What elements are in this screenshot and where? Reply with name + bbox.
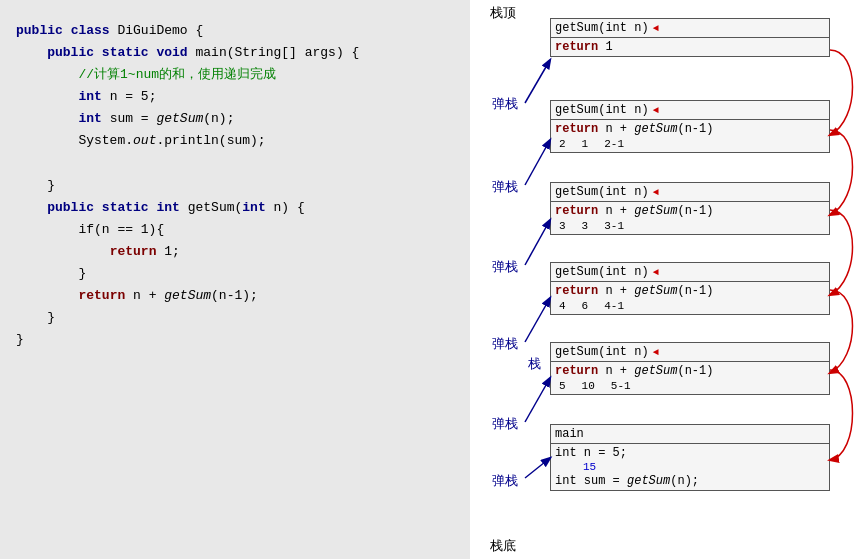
frame-header-main: main: [551, 425, 829, 444]
code-panel: public class DiGuiDemo { public static v…: [0, 0, 470, 559]
frame-getsum-1: getSum(int n)◄ return 1: [550, 18, 830, 57]
frame-header-2: getSum(int n)◄: [551, 101, 829, 120]
frame-nums-2: 2 1 2-1: [551, 138, 829, 152]
frame-nums-4: 4 6 4-1: [551, 300, 829, 314]
pop-label-4: 弹栈: [492, 335, 518, 353]
code-line: public static void main(String[] args) {: [16, 42, 454, 64]
frame-body-4: return n + getSum(n-1): [551, 282, 829, 300]
code-line: int n = 5;: [16, 86, 454, 108]
pop-label-2: 弹栈: [492, 178, 518, 196]
zhan-label: 栈: [528, 355, 541, 373]
stack-bottom-label: 栈底: [490, 537, 516, 555]
code-content: public class DiGuiDemo { public static v…: [16, 20, 454, 351]
frame-body-main: int n = 5; 15 int sum = getSum(n);: [551, 444, 829, 490]
frame-header-5: getSum(int n)◄: [551, 343, 829, 362]
code-line: [16, 153, 454, 175]
code-line: //计算1~num的和，使用递归完成: [16, 64, 454, 86]
frame-getsum-5: getSum(int n)◄ return n + getSum(n-1) 5 …: [550, 342, 830, 395]
pop-label-1: 弹栈: [492, 95, 518, 113]
code-line: }: [16, 175, 454, 197]
pop-label-6: 弹栈: [492, 472, 518, 490]
frame-getsum-2: getSum(int n)◄ return n + getSum(n-1) 2 …: [550, 100, 830, 153]
code-line: public class DiGuiDemo {: [16, 20, 454, 42]
frame-body-2: return n + getSum(n-1): [551, 120, 829, 138]
frame-getsum-3: getSum(int n)◄ return n + getSum(n-1) 3 …: [550, 182, 830, 235]
code-line: if(n == 1){: [16, 219, 454, 241]
frame-body-5: return n + getSum(n-1): [551, 362, 829, 380]
code-line: }: [16, 263, 454, 285]
frame-header-3: getSum(int n)◄: [551, 183, 829, 202]
stack-panel: 栈顶 栈底 弹栈 弹栈 弹栈 弹栈 弹栈 弹栈 getSum(int n)◄ r…: [470, 0, 868, 559]
frame-body-1: return 1: [551, 38, 829, 56]
frame-main: main int n = 5; 15 int sum = getSum(n);: [550, 424, 830, 491]
frame-nums-3: 3 3 3-1: [551, 220, 829, 234]
frame-nums-5: 5 10 5-1: [551, 380, 829, 394]
code-line: int sum = getSum(n);: [16, 108, 454, 130]
code-line: public static int getSum(int n) {: [16, 197, 454, 219]
code-line: return 1;: [16, 241, 454, 263]
code-line: System.out.println(sum);: [16, 130, 454, 152]
code-line: }: [16, 307, 454, 329]
code-line: return n + getSum(n-1);: [16, 285, 454, 307]
pop-label-3: 弹栈: [492, 258, 518, 276]
stack-top-label: 栈顶: [490, 4, 516, 22]
frame-getsum-4: getSum(int n)◄ return n + getSum(n-1) 4 …: [550, 262, 830, 315]
frame-body-3: return n + getSum(n-1): [551, 202, 829, 220]
code-line: }: [16, 329, 454, 351]
pop-label-5: 弹栈: [492, 415, 518, 433]
frame-header-1: getSum(int n)◄: [551, 19, 829, 38]
frame-header-4: getSum(int n)◄: [551, 263, 829, 282]
